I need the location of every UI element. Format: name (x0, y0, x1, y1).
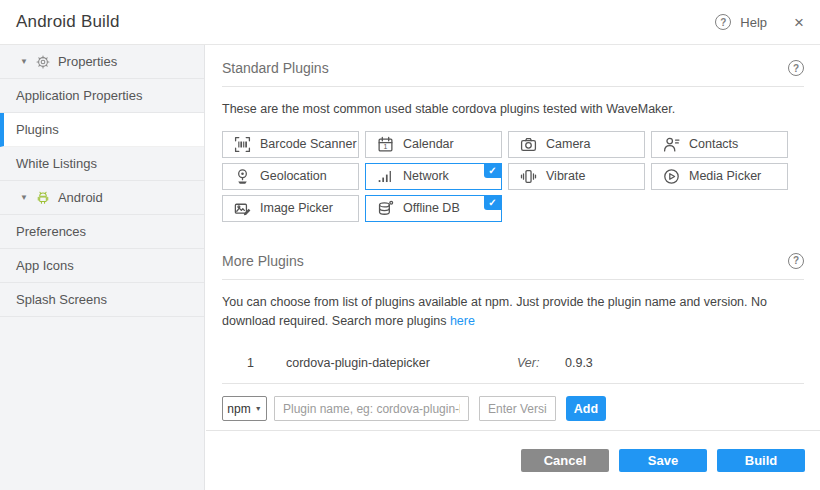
plugin-network[interactable]: Network ✓ (365, 163, 502, 190)
image-picker-icon (234, 200, 251, 217)
plugin-label: Network (403, 169, 449, 183)
select-caret-icon: ▼ (255, 405, 262, 412)
more-plugins-header: More Plugins ? (222, 238, 804, 280)
search-plugins-link[interactable]: here (450, 314, 475, 328)
android-robot-icon (36, 191, 50, 205)
added-plugin-row: 1 cordova-plugin-datepicker Ver: 0.9.3 (222, 342, 804, 384)
sidebar-item-label: Splash Screens (16, 292, 107, 307)
plugin-label: Contacts (689, 137, 738, 151)
plugin-version-input[interactable] (479, 396, 556, 421)
more-plugins-description: You can choose from list of plugins avai… (222, 293, 804, 331)
header-actions: ? Help × (715, 14, 804, 31)
checked-badge: ✓ (484, 196, 501, 210)
chevron-down-icon: ▼ (20, 57, 28, 66)
sidebar-item-label: App Icons (16, 258, 74, 273)
plugin-row-version: 0.9.3 (565, 356, 593, 370)
registry-select-value: npm (227, 402, 250, 416)
add-plugin-form: npm ▼ Add (222, 396, 804, 421)
plugin-contacts[interactable]: Contacts (651, 131, 788, 158)
section-help-icon[interactable]: ? (788, 253, 804, 269)
sidebar-group-android[interactable]: ▼ Android (0, 181, 204, 215)
save-button[interactable]: Save (619, 449, 707, 472)
plugin-geolocation[interactable]: Geolocation (222, 163, 359, 190)
plugin-vibrate[interactable]: Vibrate (508, 163, 645, 190)
section-title: More Plugins (222, 253, 304, 269)
sidebar-item-preferences[interactable]: Preferences (0, 215, 204, 249)
android-build-dialog: Android Build ? Help × ▼ Properties Appl… (0, 0, 820, 490)
cancel-button[interactable]: Cancel (521, 449, 609, 472)
plugin-offline-db[interactable]: Offline DB ✓ (365, 195, 502, 222)
standard-plugins-header: Standard Plugins ? (222, 45, 804, 87)
main-panel: Standard Plugins ? These are the most co… (206, 45, 820, 490)
plugin-label: Media Picker (689, 169, 761, 183)
dialog-footer: Cancel Save Build (206, 430, 820, 490)
section-title: Standard Plugins (222, 60, 329, 76)
sidebar-item-white-listings[interactable]: White Listings (0, 147, 204, 181)
calendar-icon: 1 (377, 136, 394, 153)
plugin-barcode-scanner[interactable]: Barcode Scanner (222, 131, 359, 158)
camera-icon (520, 136, 537, 153)
network-icon (377, 168, 394, 185)
offline-db-icon (377, 200, 394, 217)
sidebar-item-label: Application Properties (16, 88, 142, 103)
sidebar-item-label: Android (58, 190, 103, 205)
plugin-label: Image Picker (260, 201, 333, 215)
sidebar-item-label: Properties (58, 54, 117, 69)
plugin-label: Offline DB (403, 201, 460, 215)
help-button[interactable]: Help (740, 15, 767, 30)
checked-badge: ✓ (484, 164, 501, 178)
close-icon[interactable]: × (794, 14, 804, 31)
section-help-icon[interactable]: ? (788, 60, 804, 76)
plugin-label: Barcode Scanner (260, 137, 357, 151)
page-title: Android Build (16, 12, 120, 32)
add-button[interactable]: Add (566, 396, 606, 421)
sidebar-item-app-icons[interactable]: App Icons (0, 249, 204, 283)
sidebar-group-properties[interactable]: ▼ Properties (0, 45, 204, 79)
plugin-camera[interactable]: Camera (508, 131, 645, 158)
plugin-label: Vibrate (546, 169, 585, 183)
plugin-row-index: 1 (247, 356, 286, 370)
contacts-icon (663, 136, 680, 153)
help-icon[interactable]: ? (715, 14, 731, 30)
plugin-image-picker[interactable]: Image Picker (222, 195, 359, 222)
media-picker-icon (663, 168, 680, 185)
standard-plugins-description: These are the most common used stable co… (222, 100, 804, 119)
dialog-header: Android Build ? Help × (0, 0, 820, 45)
sidebar-item-application-properties[interactable]: Application Properties (0, 79, 204, 113)
sidebar-item-label: White Listings (16, 156, 97, 171)
plugin-label: Camera (546, 137, 590, 151)
sidebar-item-label: Preferences (16, 224, 86, 239)
build-button[interactable]: Build (717, 449, 805, 472)
sidebar-item-plugins[interactable]: Plugins (0, 113, 204, 147)
standard-plugins-grid: Barcode Scanner 1 Calendar (222, 131, 804, 222)
plugin-row-name: cordova-plugin-datepicker (286, 356, 517, 370)
plugin-name-input[interactable] (274, 396, 469, 421)
chevron-down-icon: ▼ (20, 193, 28, 202)
description-text: You can choose from list of plugins avai… (222, 295, 767, 328)
plugin-label: Calendar (403, 137, 454, 151)
sidebar-item-label: Plugins (16, 122, 59, 137)
plugin-row-ver-label: Ver: (517, 356, 565, 370)
geolocation-icon (234, 168, 251, 185)
sidebar-item-splash-screens[interactable]: Splash Screens (0, 283, 204, 317)
sidebar: ▼ Properties Application Properties Plug… (0, 45, 205, 490)
barcode-scanner-icon (234, 136, 251, 153)
plugin-calendar[interactable]: 1 Calendar (365, 131, 502, 158)
registry-select[interactable]: npm ▼ (222, 396, 267, 421)
svg-text:1: 1 (384, 143, 388, 150)
plugin-label: Geolocation (260, 169, 327, 183)
plugin-media-picker[interactable]: Media Picker (651, 163, 788, 190)
gear-icon (36, 55, 50, 69)
vibrate-icon (520, 168, 537, 185)
